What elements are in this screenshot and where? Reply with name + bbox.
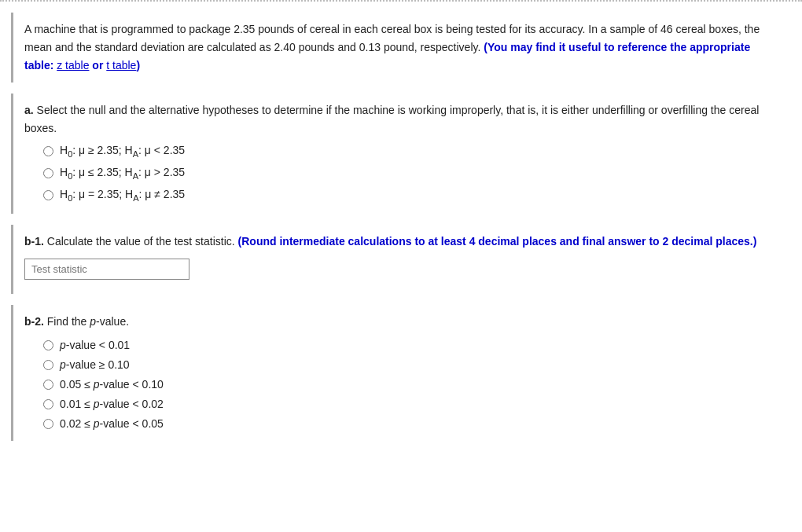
test-statistic-input-wrapper — [24, 259, 775, 280]
close-paren: ) — [136, 59, 140, 72]
part-a-section: a. Select the null and the alternative h… — [11, 94, 786, 214]
test-statistic-input[interactable] — [24, 259, 189, 280]
part-b1-label-text: b-1. Calculate the value of the test sta… — [24, 233, 775, 251]
pvalue-options: p-value < 0.01 p-value ≥ 0.10 0.05 ≤ p-v… — [43, 339, 775, 430]
radio-opt3-label: H0: μ = 2.35; HA: μ ≠ 2.35 — [60, 188, 185, 203]
radio-opt1-label: H0: μ ≥ 2.35; HA: μ < 2.35 — [60, 144, 185, 159]
radio-popt1[interactable] — [43, 340, 53, 350]
part-b1-bold: (Round intermediate calculations to at l… — [238, 235, 757, 248]
part-b1-section: b-1. Calculate the value of the test sta… — [11, 225, 786, 294]
radio-option-2[interactable]: H0: μ ≤ 2.35; HA: μ > 2.35 — [43, 166, 775, 181]
pvalue-option-1[interactable]: p-value < 0.01 — [43, 339, 775, 351]
pvalue-option-5[interactable]: 0.02 ≤ p-value < 0.05 — [43, 417, 775, 430]
part-b2-text2: -value. — [96, 315, 129, 328]
radio-opt2-label: H0: μ ≤ 2.35; HA: μ > 2.35 — [60, 166, 185, 181]
problem-statement: A machine that is programmed to package … — [11, 13, 786, 83]
part-b1-label: b-1. — [24, 235, 47, 248]
pvalue-opt1-label: p-value < 0.01 — [60, 339, 130, 351]
radio-popt2[interactable] — [43, 360, 53, 370]
pvalue-opt3-label: 0.05 ≤ p-value < 0.10 — [60, 378, 164, 391]
t-table-link[interactable]: t table — [106, 59, 136, 72]
radio-option-1[interactable]: H0: μ ≥ 2.35; HA: μ < 2.35 — [43, 144, 775, 159]
part-b2-text: Find the — [47, 315, 90, 328]
part-a-options: H0: μ ≥ 2.35; HA: μ < 2.35 H0: μ ≤ 2.35;… — [43, 144, 775, 202]
radio-option-3[interactable]: H0: μ = 2.35; HA: μ ≠ 2.35 — [43, 188, 775, 203]
radio-opt3[interactable] — [43, 190, 53, 200]
part-a-text: Select the null and the alternative hypo… — [24, 104, 759, 134]
pvalue-option-2[interactable]: p-value ≥ 0.10 — [43, 358, 775, 371]
radio-opt1[interactable] — [43, 146, 53, 156]
part-b2-section: b-2. Find the p-value. p-value < 0.01 p-… — [11, 305, 786, 441]
radio-popt4[interactable] — [43, 399, 53, 409]
part-b2-label: b-2. — [24, 315, 47, 328]
part-b2-label-text: b-2. Find the p-value. — [24, 313, 775, 331]
pvalue-opt5-label: 0.02 ≤ p-value < 0.05 — [60, 417, 164, 430]
part-b1-text: Calculate the value of the test statisti… — [47, 235, 238, 248]
pvalue-option-3[interactable]: 0.05 ≤ p-value < 0.10 — [43, 378, 775, 391]
or-text: or — [89, 59, 106, 72]
pvalue-opt2-label: p-value ≥ 0.10 — [60, 358, 130, 371]
part-b2-italic: p — [90, 315, 96, 328]
radio-popt3[interactable] — [43, 380, 53, 390]
radio-popt5[interactable] — [43, 419, 53, 429]
part-a-label-text: a. Select the null and the alternative h… — [24, 101, 775, 138]
pvalue-opt4-label: 0.01 ≤ p-value < 0.02 — [60, 398, 164, 410]
z-table-link[interactable]: z table — [57, 59, 89, 72]
radio-opt2[interactable] — [43, 168, 53, 178]
part-a-label: a. — [24, 104, 37, 116]
pvalue-option-4[interactable]: 0.01 ≤ p-value < 0.02 — [43, 398, 775, 410]
